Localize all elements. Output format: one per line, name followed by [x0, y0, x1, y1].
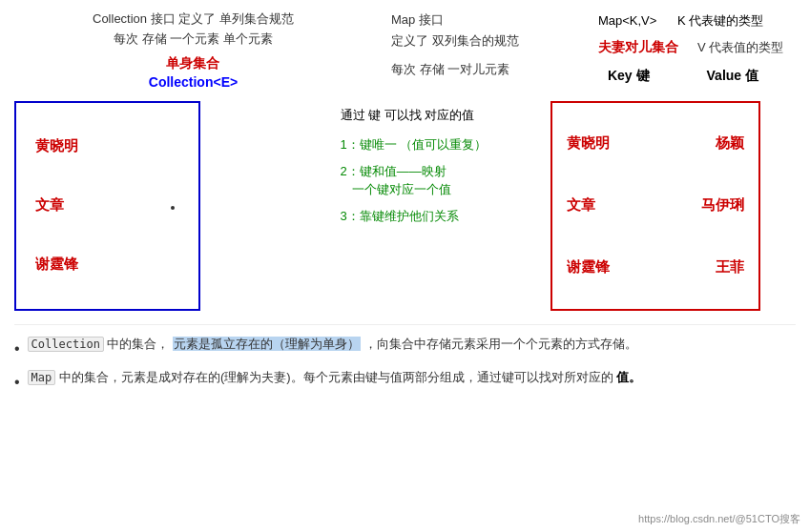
- blue-item-0: 黄晓明: [35, 130, 179, 163]
- red-key-2: 谢霆锋: [567, 258, 610, 276]
- note-item-2: 2：键和值——映射 一个键对应一个值: [341, 162, 531, 199]
- blue-item-1: 文章: [35, 189, 179, 222]
- blue-collection-box: 黄晓明 文章 谢霆锋: [14, 101, 200, 311]
- footer-url: https://blog.csdn.net/@51CTO搜客: [638, 512, 800, 526]
- key-value-header: Key 键 Value 值: [598, 68, 796, 85]
- note-item-1: 1：键唯一 （值可以重复）: [341, 135, 531, 154]
- middle-notes: 通过 键 可以找 对应的值 1：键唯一 （值可以重复） 2：键和值——映射 一个…: [341, 101, 531, 311]
- collection-header-line1: Collection 接口 定义了 单列集合规范: [14, 10, 372, 30]
- bullet-dot-0: •: [14, 337, 20, 361]
- map-kv-text: Map<K,V> K 代表键的类型: [598, 10, 796, 31]
- bullet1-bold-end: 值。: [616, 370, 641, 384]
- key-label: Key 键: [608, 68, 650, 85]
- bullet-dot-1: •: [14, 370, 20, 395]
- map-interface-label: Map 接口: [391, 10, 589, 31]
- page-wrapper: Collection 接口 定义了 单列集合规范 每次 存储 一个元素 单个元素…: [0, 0, 810, 532]
- collection-store-text: 每次 存储 一个元素 单个元素: [114, 31, 273, 46]
- map-store-label: 每次 存储 一对儿元素: [391, 59, 589, 80]
- red-key-0: 黄晓明: [567, 134, 610, 153]
- collection-header-line2: 每次 存储 一个元素 单个元素: [14, 30, 372, 50]
- note2-line1: 2：键和值——映射: [341, 162, 531, 181]
- blue-box-dot: [171, 206, 175, 210]
- husband-wife-label: 夫妻对儿集合: [598, 35, 678, 59]
- collection-code-inline: Collection: [28, 337, 104, 352]
- bullet0-text2: ，向集合中存储元素采用一个个元素的方式存储。: [364, 337, 637, 351]
- red-value-2: 王菲: [716, 258, 744, 276]
- left-col-header: Collection 接口 定义了 单列集合规范 每次 存储 一个元素 单个元素…: [14, 10, 382, 90]
- bottom-section: • Collection 中的集合， 元素是孤立存在的（理解为单身） ，向集合中…: [14, 324, 796, 395]
- right-diagram: 黄晓明 杨颖 文章 马伊琍 谢霆锋 王菲: [550, 101, 796, 311]
- v-type-label: V 代表值的类型: [697, 36, 783, 58]
- note2-line2: 一个键对应一个值: [341, 180, 531, 199]
- red-row-0: 黄晓明 杨颖: [567, 127, 744, 160]
- red-value-1: 马伊琍: [701, 196, 744, 215]
- bullet-text-1: Map 中的集合，元素是成对存在的(理解为夫妻)。每个元素由键与值两部分组成，通…: [28, 368, 796, 388]
- blue-item-2: 谢霆锋: [35, 248, 179, 281]
- bullet-item-0: • Collection 中的集合， 元素是孤立存在的（理解为单身） ，向集合中…: [14, 335, 796, 361]
- note-main: 通过 键 可以找 对应的值: [341, 106, 531, 125]
- bullet-item-1: • Map 中的集合，元素是成对存在的(理解为夫妻)。每个元素由键与值两部分组成…: [14, 368, 796, 395]
- note-item-3: 3：靠键维护他们关系: [341, 207, 531, 226]
- red-row-2: 谢霆锋 王菲: [567, 251, 744, 284]
- diagrams-section: 黄晓明 文章 谢霆锋 通过 键 可以找 对应的值 1：键唯一 （值可以重复） 2…: [14, 101, 796, 311]
- map-defines-label: 定义了 双列集合的规范: [391, 31, 589, 51]
- husband-wife-row: 夫妻对儿集合 V 代表值的类型: [598, 35, 796, 59]
- red-row-1: 文章 马伊琍: [567, 189, 744, 222]
- top-section: Collection 接口 定义了 单列集合规范 每次 存储 一个元素 单个元素…: [14, 10, 796, 90]
- single-collection-label: 单身集合: [14, 55, 372, 72]
- red-key-1: 文章: [567, 196, 595, 215]
- bullet0-text1: 中的集合，: [107, 337, 169, 351]
- right-col-header: Map 接口 定义了 双列集合的规范 每次 存储 一对儿元素 Map<K,V> …: [382, 10, 796, 90]
- red-map-box: 黄晓明 杨颖 文章 马伊琍 谢霆锋 王菲: [550, 101, 760, 311]
- bullet1-text1: 中的集合，元素是成对存在的(理解为夫妻)。每个元素由键与值两部分组成，通过键可以…: [59, 370, 613, 384]
- bullet0-highlight: 元素是孤立存在的（理解为单身）: [173, 337, 361, 351]
- collection-e-label: Collection<E>: [14, 74, 372, 90]
- map-header-right: Map<K,V> K 代表键的类型 夫妻对儿集合 V 代表值的类型 Key 键 …: [598, 10, 796, 85]
- map-header-left: Map 接口 定义了 双列集合的规范 每次 存储 一对儿元素: [391, 10, 589, 80]
- value-label: Value 值: [707, 68, 758, 85]
- map-code-inline: Map: [28, 370, 56, 385]
- red-value-0: 杨颖: [716, 134, 744, 153]
- collection-header-text: Collection 接口 定义了 单列集合规范: [93, 11, 294, 26]
- bullet-text-0: Collection 中的集合， 元素是孤立存在的（理解为单身） ，向集合中存储…: [28, 335, 796, 355]
- left-diagram: 黄晓明 文章 谢霆锋: [14, 101, 322, 311]
